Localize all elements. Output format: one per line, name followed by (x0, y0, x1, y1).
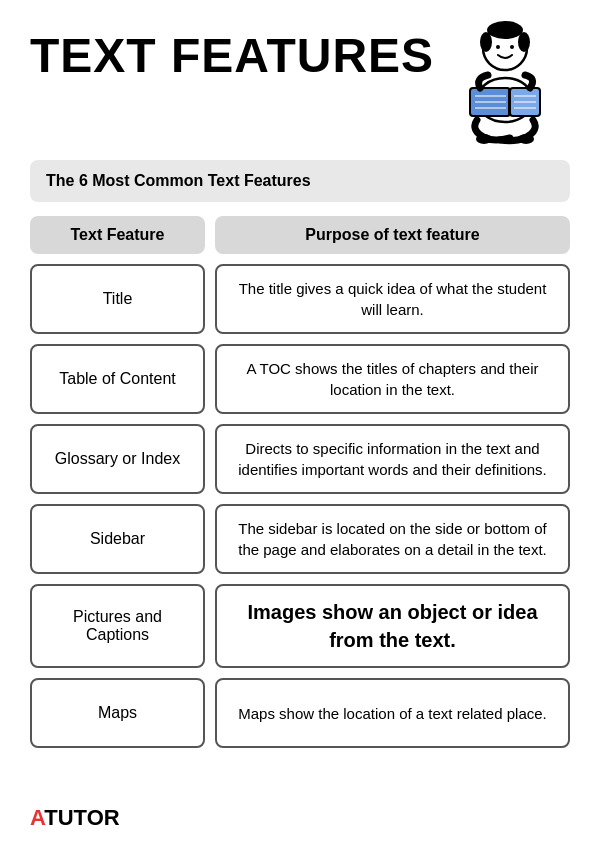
purpose-cell-toc: A TOC shows the titles of chapters and t… (215, 344, 570, 414)
table-row: Sidebar The sidebar is located on the si… (30, 504, 570, 574)
header: TEXT FEATURES (30, 0, 570, 150)
feature-cell-glossary: Glossary or Index (30, 424, 205, 494)
feature-cell-toc: Table of Content (30, 344, 205, 414)
feature-cell-maps: Maps (30, 678, 205, 748)
purpose-cell-maps: Maps show the location of a text related… (215, 678, 570, 748)
feature-cell-sidebar: Sidebar (30, 504, 205, 574)
header-purpose: Purpose of text feature (215, 216, 570, 254)
character-illustration (440, 20, 570, 150)
logo-a: A (30, 805, 44, 830)
table-row: Glossary or Index Directs to specific in… (30, 424, 570, 494)
footer-logo: ATUTOR (30, 805, 120, 831)
feature-cell-title: Title (30, 264, 205, 334)
header-feature: Text Feature (30, 216, 205, 254)
purpose-cell-glossary: Directs to specific information in the t… (215, 424, 570, 494)
purpose-cell-title: The title gives a quick idea of what the… (215, 264, 570, 334)
feature-cell-pictures: Pictures and Captions (30, 584, 205, 668)
svg-point-2 (480, 32, 492, 52)
subtitle-box: The 6 Most Common Text Features (30, 160, 570, 202)
svg-point-16 (476, 134, 492, 144)
table-container: Text Feature Purpose of text feature Tit… (30, 216, 570, 748)
main-title: TEXT FEATURES (30, 20, 434, 83)
svg-point-1 (487, 21, 523, 39)
svg-point-5 (510, 45, 514, 49)
table-row: Title The title gives a quick idea of wh… (30, 264, 570, 334)
page: TEXT FEATURES (0, 0, 600, 849)
svg-point-17 (518, 134, 534, 144)
subtitle-text: The 6 Most Common Text Features (46, 172, 311, 189)
logo-text: TUTOR (44, 805, 119, 830)
purpose-cell-pictures: Images show an object or idea from the t… (215, 584, 570, 668)
purpose-cell-sidebar: The sidebar is located on the side or bo… (215, 504, 570, 574)
table-row: Pictures and Captions Images show an obj… (30, 584, 570, 668)
table-row: Maps Maps show the location of a text re… (30, 678, 570, 748)
footer: ATUTOR (30, 805, 120, 831)
svg-point-4 (496, 45, 500, 49)
table-header: Text Feature Purpose of text feature (30, 216, 570, 254)
svg-point-3 (518, 32, 530, 52)
table-row: Table of Content A TOC shows the titles … (30, 344, 570, 414)
